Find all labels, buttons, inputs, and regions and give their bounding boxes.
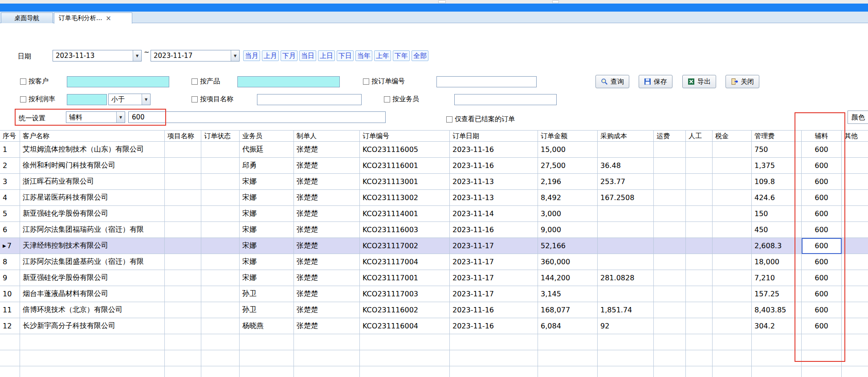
cell[interactable] [165,190,201,206]
cell[interactable]: 92 [598,318,654,334]
cell[interactable] [201,302,240,318]
export-button[interactable]: 导出 [682,75,716,88]
cell[interactable]: 8 [0,254,20,270]
cell[interactable]: KCO231114001 [360,206,450,222]
cell[interactable] [294,334,360,350]
salesman-input[interactable] [454,94,557,105]
table-row[interactable]: 1艾坦姆流体控制技术（山东）有限公司代振廷张楚楚KCO2311160052023… [0,142,868,158]
cell[interactable] [802,334,842,350]
cell[interactable] [654,142,686,158]
cell[interactable]: 424.6 [752,190,802,206]
column-header-6[interactable]: 订单编号 [360,131,450,142]
cell[interactable] [654,206,686,222]
cell[interactable] [165,158,201,174]
quick-range-button-5[interactable]: 下日 [337,50,354,61]
cell[interactable]: KCO231113001 [360,174,450,190]
cell[interactable]: KCO231116004 [360,318,450,334]
cell[interactable] [686,350,713,366]
column-header-3[interactable]: 订单状态 [201,131,240,142]
cell[interactable] [654,286,686,302]
cell[interactable] [654,190,686,206]
cell[interactable] [686,318,713,334]
cell[interactable] [654,270,686,286]
cell[interactable]: KCO231117001 [360,270,450,286]
cell[interactable]: 304.2 [752,318,802,334]
cell[interactable] [598,350,654,366]
cell[interactable] [165,174,201,190]
cell[interactable] [713,318,752,334]
cell[interactable] [165,206,201,222]
cell[interactable]: 张楚楚 [294,222,360,238]
date-to-combo[interactable]: 2023-11-17 ▼ [151,50,240,61]
cell[interactable]: KCO231116003 [360,222,450,238]
cell[interactable] [654,238,686,254]
filter-checkbox-customer[interactable]: 按客户 [20,77,49,86]
cell[interactable] [20,350,165,366]
cell[interactable]: 2023-11-16 [450,142,538,158]
cell[interactable]: 2023-11-17 [450,238,538,254]
cell[interactable]: 2023-11-13 [450,190,538,206]
cell[interactable]: 倍博环境技术（北京）有限公司 [20,302,165,318]
cell[interactable] [201,158,240,174]
cell[interactable]: 600 [802,206,842,222]
cell[interactable] [686,334,713,350]
cell[interactable] [240,334,294,350]
cell[interactable] [201,350,240,366]
cell[interactable] [842,142,868,158]
cell[interactable] [240,350,294,366]
checkbox[interactable] [20,78,26,85]
cell[interactable] [686,286,713,302]
cell[interactable]: KCO231116001 [360,158,450,174]
cell[interactable]: 9,000 [538,222,598,238]
cell[interactable] [686,206,713,222]
cell[interactable]: 600 [802,302,842,318]
quick-range-button-2[interactable]: 下月 [281,50,297,61]
cell[interactable]: 600 [802,158,842,174]
cell[interactable] [842,318,868,334]
cell[interactable] [842,238,868,254]
cell[interactable] [654,334,686,350]
cell[interactable]: 27,500 [538,158,598,174]
cell[interactable] [201,190,240,206]
cell[interactable]: 36.48 [598,158,654,174]
cell[interactable]: 2023-11-16 [450,158,538,174]
cell[interactable]: 张楚楚 [294,190,360,206]
cell[interactable] [294,350,360,366]
cell[interactable] [450,334,538,350]
cell[interactable]: 150 [752,206,802,222]
cell[interactable] [538,350,598,366]
cell[interactable] [294,366,360,377]
cell[interactable] [360,350,450,366]
table-row[interactable]: 3浙江晖石药业有限公司宋娜张楚楚KCO2311130012023-11-132,… [0,174,868,190]
cell[interactable]: 张楚楚 [294,206,360,222]
cell[interactable]: 艾坦姆流体控制技术（山东）有限公司 [20,142,165,158]
cell[interactable] [201,286,240,302]
column-header-2[interactable]: 项目名称 [165,131,201,142]
cell[interactable] [201,238,240,254]
quick-range-button-9[interactable]: 全部 [412,50,428,61]
cell[interactable]: 2023-11-14 [450,206,538,222]
cell[interactable]: KCO231113002 [360,190,450,206]
cell[interactable]: 5 [0,206,20,222]
cell[interactable]: 宋娜 [240,190,294,206]
cell[interactable]: 600 [802,174,842,190]
table-row[interactable]: 6江苏阿尔法集团福瑞药业（宿迁）有限宋娜张楚楚KCO2311160032023-… [0,222,868,238]
checkbox[interactable] [384,96,390,102]
cell[interactable] [0,350,20,366]
cell[interactable]: 烟台丰蓬液晶材料有限公司 [20,286,165,302]
cell[interactable] [201,174,240,190]
filter-checkbox-salesman[interactable]: 按业务员 [384,95,419,103]
cell[interactable]: KCO231117004 [360,254,450,270]
cell[interactable]: 6 [0,222,20,238]
cell[interactable]: 代振廷 [240,142,294,158]
cell[interactable] [713,270,752,286]
query-button[interactable]: 查询 [595,75,629,88]
checkbox[interactable] [20,96,26,102]
cell[interactable] [842,174,868,190]
quick-range-button-8[interactable]: 下年 [393,50,410,61]
cell[interactable]: 天津经纬控制技术有限公司 [20,238,165,254]
cell[interactable] [713,222,752,238]
cell[interactable] [165,334,201,350]
cell[interactable] [450,366,538,377]
table-row[interactable]: ▶7天津经纬控制技术有限公司宋娜张楚楚KCO2311170022023-11-1… [0,238,868,254]
